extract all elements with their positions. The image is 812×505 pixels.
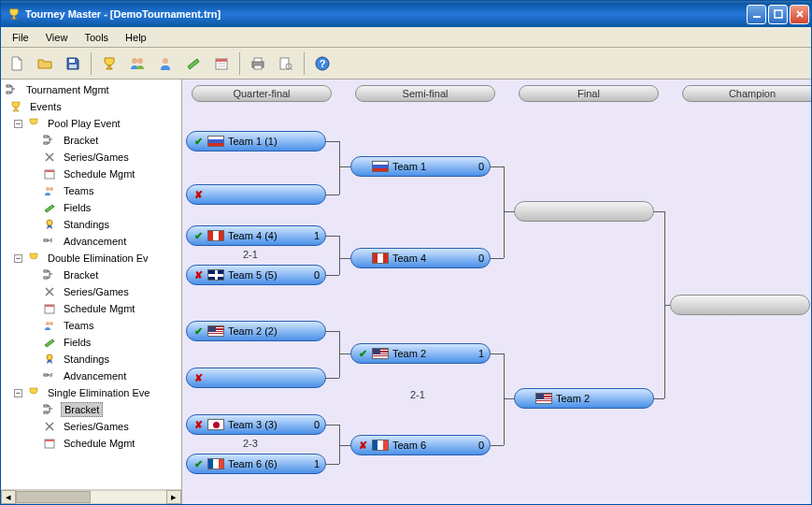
svg-point-27: [47, 220, 52, 225]
collapse-icon[interactable]: −: [14, 389, 22, 397]
minimize-button[interactable]: [747, 5, 766, 24]
schedule-icon: [42, 166, 57, 181]
tree-pool-advancement[interactable]: Advancement: [1, 233, 181, 250]
print-icon[interactable]: [246, 51, 270, 76]
titlebar: Tourney Master - [DemoTournament.trn]: [1, 1, 811, 27]
preview-icon[interactable]: [274, 51, 298, 76]
save-icon[interactable]: [61, 51, 85, 76]
bracket-sf1b[interactable]: Team 40: [350, 248, 491, 268]
bracket-sf2a[interactable]: ✔Team 21: [350, 343, 491, 364]
bracket-qf4b[interactable]: ✔Team 6 (6)1: [186, 454, 326, 474]
tree-pool-schedule[interactable]: Schedule Mgmt: [1, 166, 181, 182]
bracket-qf3a[interactable]: ✔Team 2 (2): [186, 321, 326, 341]
menu-help[interactable]: Help: [118, 30, 154, 45]
bracket-qf2a[interactable]: ✔Team 4 (4)1: [186, 225, 326, 246]
bracket-sf1a[interactable]: Team 10: [350, 156, 491, 177]
about-icon[interactable]: ?: [310, 51, 335, 76]
tree-pool-event[interactable]: −Pool Play Event: [1, 115, 181, 132]
scroll-left-icon[interactable]: ◂: [1, 490, 16, 504]
svg-point-5: [137, 58, 143, 64]
menu-bar: File View Tools Help: [1, 27, 811, 48]
tree[interactable]: Tournament Mgmt Events −Pool Play Event …: [1, 79, 181, 489]
tree-root[interactable]: Tournament Mgmt: [1, 81, 181, 98]
svg-point-6: [163, 58, 168, 64]
new-file-icon[interactable]: [5, 51, 29, 76]
bracket-qf1a[interactable]: ✔Team 1 (1): [186, 131, 326, 152]
tree-single-event[interactable]: −Single Elimination Eve: [1, 384, 181, 401]
check-icon: ✔: [192, 458, 204, 469]
tree-single-bracket[interactable]: Bracket: [1, 401, 181, 418]
tree-events[interactable]: Events: [1, 98, 181, 115]
tree-single-schedule[interactable]: Schedule Mgmt: [1, 435, 181, 452]
bracket-qf2b[interactable]: ✘Team 5 (5)0: [186, 265, 326, 285]
menu-tools[interactable]: Tools: [77, 30, 116, 45]
toolbar: ?: [1, 48, 811, 79]
maximize-button[interactable]: [768, 5, 788, 24]
tree-hscrollbar[interactable]: ◂ ▸: [1, 489, 181, 504]
tree-double-fields[interactable]: Fields: [1, 334, 181, 351]
svg-rect-19: [7, 85, 10, 87]
bracket-qf4a[interactable]: ✘Team 3 (3)0: [186, 414, 326, 435]
open-folder-icon[interactable]: [33, 51, 57, 76]
flag-icon: [372, 348, 389, 359]
tree-double-teams[interactable]: Teams: [1, 317, 181, 334]
bracket-qf1b[interactable]: ✘: [186, 184, 326, 205]
user-icon[interactable]: [153, 51, 178, 76]
tournament-icon: [5, 82, 20, 97]
schedule-icon[interactable]: [209, 51, 234, 76]
bracket-sf2-score: 2-1: [410, 389, 425, 400]
tree-single-series[interactable]: Series/Games: [1, 418, 181, 435]
teams-icon: [42, 318, 57, 333]
bracket-qf3b[interactable]: ✘: [186, 368, 326, 388]
cross-icon: ✘: [192, 419, 204, 430]
tree-double-standings[interactable]: Standings: [1, 351, 181, 368]
flag-icon: [207, 458, 224, 469]
scroll-thumb[interactable]: [16, 491, 91, 503]
event-icon: [26, 385, 41, 400]
teams-icon: [42, 183, 57, 198]
svg-rect-13: [254, 65, 262, 69]
flag-icon: [207, 136, 224, 147]
tree-double-bracket[interactable]: Bracket: [1, 267, 181, 283]
menu-file[interactable]: File: [5, 30, 36, 45]
trophy-icon: [8, 99, 23, 114]
app-window: Tourney Master - [DemoTournament.trn] Fi…: [0, 0, 812, 505]
standings-icon: [42, 352, 57, 367]
tree-double-schedule[interactable]: Schedule Mgmt: [1, 300, 181, 317]
series-icon: [42, 284, 57, 299]
bracket-sf2b[interactable]: ✘Team 60: [350, 435, 491, 455]
tree-double-advancement[interactable]: Advancement: [1, 368, 181, 384]
scroll-right-icon[interactable]: ▸: [166, 490, 181, 504]
tree-pool-series[interactable]: Series/Games: [1, 149, 181, 166]
users-icon[interactable]: [125, 51, 150, 76]
flag-icon: [207, 230, 224, 241]
window-title: Tourney Master - [DemoTournament.trn]: [25, 8, 221, 20]
svg-text:?: ?: [320, 58, 326, 69]
svg-point-26: [50, 187, 53, 191]
bracket-f1[interactable]: [514, 201, 654, 222]
svg-rect-3: [69, 65, 77, 68]
main-body: Tournament Mgmt Events −Pool Play Event …: [1, 79, 811, 504]
tree-double-event[interactable]: −Double Elimination Ev: [1, 250, 181, 267]
tree-double-series[interactable]: Series/Games: [1, 283, 181, 300]
tree-pool-standings[interactable]: Standings: [1, 216, 181, 233]
tree-pool-fields[interactable]: Fields: [1, 199, 181, 216]
trophy-icon[interactable]: [97, 51, 121, 76]
bracket-qf2-score: 2-1: [243, 249, 258, 260]
cross-icon: ✘: [357, 440, 368, 451]
schedule-icon: [42, 301, 57, 316]
bracket-f2[interactable]: Team 2: [514, 388, 654, 409]
fields-icon[interactable]: [181, 51, 206, 76]
svg-point-34: [50, 322, 53, 325]
svg-rect-22: [44, 142, 48, 144]
bracket-icon: [42, 402, 57, 417]
close-button[interactable]: [790, 5, 809, 24]
tree-pool-teams[interactable]: Teams: [1, 182, 181, 199]
svg-rect-12: [254, 58, 262, 62]
menu-view[interactable]: View: [38, 30, 76, 45]
collapse-icon[interactable]: −: [14, 120, 22, 128]
tree-pool-bracket[interactable]: Bracket: [1, 132, 181, 149]
collapse-icon[interactable]: −: [14, 254, 22, 263]
bracket-champion[interactable]: [670, 295, 810, 315]
svg-rect-38: [44, 411, 48, 413]
